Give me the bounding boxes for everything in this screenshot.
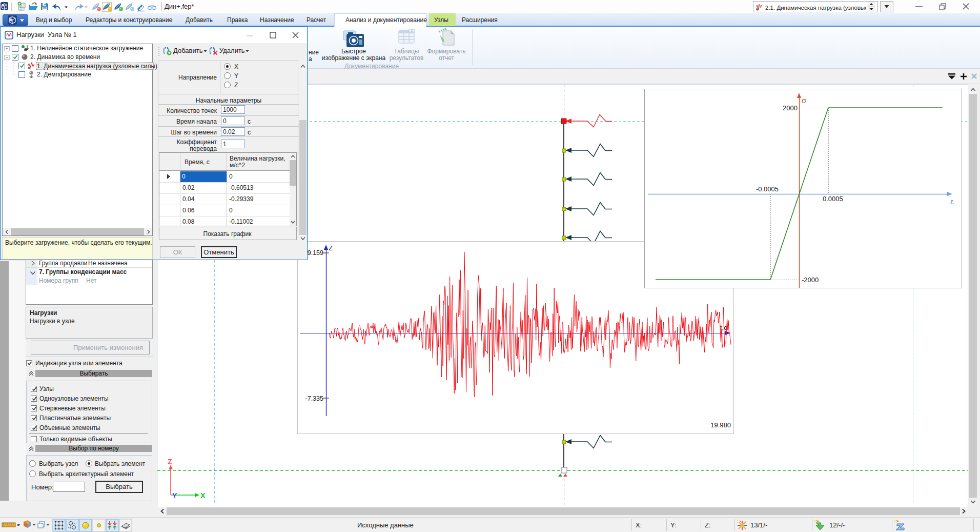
- svg-text:Y: Y: [172, 491, 177, 500]
- svg-text:ε: ε: [950, 197, 954, 206]
- svg-text:σ: σ: [802, 96, 807, 105]
- svg-text:X: X: [200, 491, 206, 500]
- svg-text:Z: Z: [329, 244, 333, 252]
- svg-text:-2000: -2000: [802, 276, 819, 284]
- svg-text:9.159: 9.159: [308, 249, 323, 257]
- svg-text:-7.335: -7.335: [305, 395, 323, 402]
- svg-text:-0.0005: -0.0005: [756, 185, 779, 193]
- svg-text:2000: 2000: [783, 104, 798, 112]
- svg-text:0.0005: 0.0005: [823, 195, 843, 203]
- svg-text:19.980: 19.980: [710, 421, 731, 429]
- svg-text:Z: Z: [168, 458, 172, 466]
